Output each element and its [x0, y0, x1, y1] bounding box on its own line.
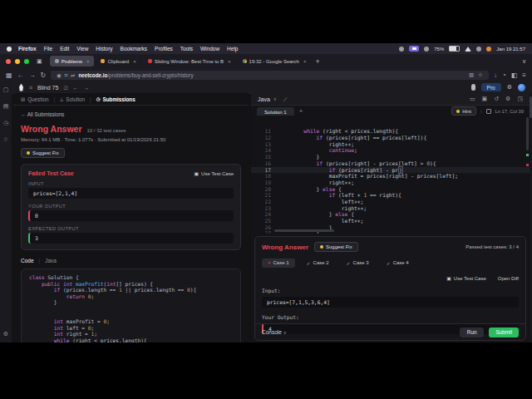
- neetcode-logo-icon[interactable]: [18, 84, 24, 91]
- menu-item-bookmarks[interactable]: Bookmarks: [121, 46, 148, 52]
- editor-settings-icon[interactable]: ⚙: [505, 96, 510, 102]
- results-suggest-fix-button[interactable]: Suggest Fix: [314, 242, 358, 252]
- reload-button[interactable]: ↻: [41, 71, 47, 79]
- editor-line-20[interactable]: 20 } else {: [251, 186, 530, 193]
- format-icon[interactable]: ∕: [285, 96, 286, 102]
- course-name[interactable]: Blind 75: [37, 85, 58, 91]
- window-zoom-button[interactable]: [24, 59, 29, 64]
- tab-close-icon[interactable]: ×: [303, 59, 307, 64]
- code-editor[interactable]: 11 while (right < prices.length){12 if (…: [251, 116, 530, 234]
- sidebar-star-icon[interactable]: ☆: [3, 136, 8, 143]
- sidebar-history-icon[interactable]: ◷: [3, 120, 8, 126]
- editor-line-13[interactable]: 13 right++;: [251, 141, 530, 148]
- back-button[interactable]: ←: [17, 71, 24, 79]
- menu-item-window[interactable]: Window: [200, 46, 219, 52]
- tab-overview-icon[interactable]: ▣: [37, 58, 42, 65]
- menu-item-firefox[interactable]: Firefox: [18, 46, 37, 52]
- hint-button[interactable]: Hint: [451, 106, 476, 116]
- sidebar-tabs-icon[interactable]: ▢: [3, 86, 9, 93]
- sidebar-settings-icon[interactable]: ⚙: [3, 331, 8, 337]
- add-tab-button[interactable]: +: [294, 107, 308, 115]
- editor-line-14[interactable]: 14 continue;: [251, 147, 530, 154]
- open-diff-button[interactable]: Open Diff: [498, 275, 519, 281]
- extensions-icon[interactable]: ◧: [511, 71, 518, 79]
- url-field[interactable]: ◉ ◘ ⇄ neetcode.io/problems/buy-and-sell-…: [51, 71, 489, 80]
- fullscreen-icon[interactable]: ◳: [517, 96, 523, 102]
- menu-item-help[interactable]: Help: [227, 46, 238, 52]
- copy-code-icon[interactable]: ▣: [482, 96, 488, 102]
- tab-close-icon[interactable]: ×: [133, 59, 136, 64]
- case-tab-case-3[interactable]: ✓Case 3: [341, 258, 375, 268]
- editor-line-17[interactable]: 17 if (prices[right] - pr): [251, 167, 530, 174]
- prev-problem-button[interactable]: ←: [73, 85, 79, 91]
- tray-icon-1[interactable]: [399, 47, 404, 52]
- settings-gear-icon[interactable]: ⚙: [507, 84, 512, 91]
- app-menu-icon[interactable]: ≡: [522, 71, 526, 79]
- use-test-case-button[interactable]: ▣ Use Test Case: [194, 170, 234, 176]
- tab-solution[interactable]: ◬Solution: [60, 96, 85, 102]
- browser-tab[interactable]: Clipboard×: [96, 56, 140, 66]
- editor-hscrollbar[interactable]: [274, 229, 334, 232]
- reset-code-icon[interactable]: ↺: [494, 96, 499, 102]
- course-list-icon[interactable]: ≡: [29, 85, 32, 91]
- case-tab-case-4[interactable]: ✓Case 4: [381, 258, 415, 268]
- suggest-fix-button[interactable]: Suggest Fix: [21, 148, 65, 158]
- run-button[interactable]: Run: [460, 328, 485, 337]
- tab-submissions[interactable]: ◷Submissions: [96, 96, 135, 102]
- tab-question[interactable]: ▤Question: [21, 96, 48, 102]
- language-select[interactable]: Java: [258, 96, 270, 102]
- account-icon[interactable]: ◔: [502, 71, 506, 79]
- editor-line-15[interactable]: 15 }: [251, 154, 530, 160]
- browser-tab[interactable]: 19:32 - Google Search×: [238, 56, 312, 66]
- menu-item-tools[interactable]: Tools: [180, 46, 193, 52]
- menu-item-profiles[interactable]: Profiles: [155, 46, 173, 52]
- apple-logo-icon[interactable]: [7, 47, 12, 52]
- tab-close-icon[interactable]: ×: [86, 59, 90, 64]
- browser-tab[interactable]: Sliding Window: Best Time to B×: [143, 56, 236, 66]
- console-toggle[interactable]: Console ∨: [262, 329, 287, 335]
- tab-close-icon[interactable]: ×: [228, 59, 231, 64]
- editor-line-25[interactable]: 25 left++;: [251, 218, 530, 224]
- menu-item-edit[interactable]: Edit: [60, 46, 69, 52]
- results-use-test-case-button[interactable]: ▣ Use Test Case: [446, 275, 486, 281]
- tray-icon-2[interactable]: [424, 47, 429, 52]
- editor-line-23[interactable]: 23 right++;: [251, 205, 530, 212]
- case-tab-case-1[interactable]: ×Case 1: [262, 259, 295, 268]
- voice-icon[interactable]: [471, 84, 475, 91]
- pro-button[interactable]: Pro: [481, 83, 501, 91]
- submit-button[interactable]: Submit: [489, 328, 519, 337]
- menubar-clock[interactable]: Jan 19 21:57: [496, 47, 525, 52]
- sidebar-toggle-icon[interactable]: ▦: [6, 71, 12, 79]
- tab-dropdown-icon[interactable]: ∨: [522, 58, 526, 65]
- user-switcher-icon[interactable]: [476, 47, 481, 52]
- editor-line-12[interactable]: 12 if (prices[right] == prices[left]){: [251, 135, 530, 141]
- menu-item-view[interactable]: View: [76, 46, 88, 52]
- tracking-shield-icon[interactable]: ◉: [57, 72, 62, 78]
- forward-button[interactable]: →: [29, 71, 36, 79]
- wifi-icon[interactable]: [465, 47, 471, 52]
- sidebar-bookmarks-icon[interactable]: ▤: [3, 103, 9, 110]
- all-submissions-link[interactable]: ← All Submissions: [21, 111, 241, 117]
- notes-icon[interactable]: ▭: [470, 96, 475, 102]
- menu-item-history[interactable]: History: [96, 46, 112, 52]
- editor-line-24[interactable]: 24 } else {: [251, 211, 530, 218]
- editor-scrollbar[interactable]: [526, 117, 529, 150]
- reader-mode-icon[interactable]: ▥: [469, 71, 474, 78]
- downloads-icon[interactable]: ↓: [494, 71, 497, 79]
- editor-line-22[interactable]: 22 left++;: [251, 199, 530, 205]
- bookmark-star-icon[interactable]: ☆: [478, 71, 483, 78]
- editor-line-16[interactable]: 16 if (prices[right] - prices[left] > 0)…: [251, 160, 530, 167]
- avatar[interactable]: [518, 84, 525, 91]
- new-tab-button[interactable]: +: [313, 57, 322, 66]
- case-tab-case-2[interactable]: ✓Case 2: [301, 258, 335, 268]
- screen-share-icon[interactable]: [409, 46, 419, 52]
- window-close-button[interactable]: [6, 59, 11, 64]
- menu-item-file[interactable]: File: [44, 46, 52, 52]
- browser-tab[interactable]: Problems×: [50, 56, 95, 66]
- editor-line-11[interactable]: 11 while (right < prices.length){: [251, 128, 530, 135]
- window-minimize-button[interactable]: [15, 59, 20, 64]
- next-problem-button[interactable]: →: [84, 85, 90, 91]
- external-link-icon[interactable]: ◳: [63, 85, 67, 90]
- editor-line-19[interactable]: 19 right++;: [251, 180, 530, 186]
- editor-line-21[interactable]: 21 if (left + 1 == right){: [251, 192, 530, 199]
